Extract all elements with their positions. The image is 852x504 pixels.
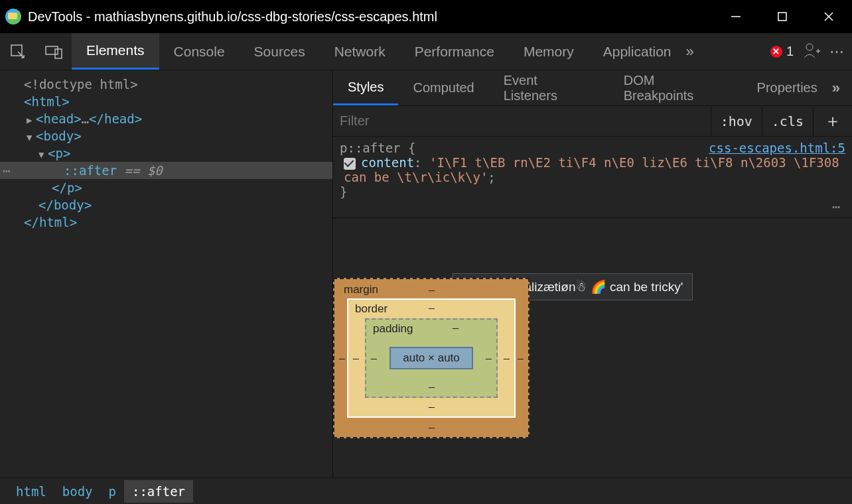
box-margin[interactable]: margin ‒ ‒ ‒ ‒ border ‒ ‒ ‒ ‒ padding ‒ [333,278,530,438]
tab-performance[interactable]: Performance [400,33,509,70]
breadcrumb: html body p ::after [0,477,852,504]
inspect-icon[interactable] [0,33,36,70]
tab-console[interactable]: Console [159,33,240,70]
css-property[interactable]: content [361,155,414,170]
svg-point-7 [806,44,813,50]
main-tabs: Elements Console Sources Network Perform… [72,33,694,70]
tab-sources[interactable]: Sources [240,33,320,70]
dom-p-close[interactable]: </p> [0,179,332,196]
styles-panel: Styles Computed Event Listeners DOM Brea… [333,70,852,477]
subtab-dom-breakpoints[interactable]: DOM Breakpoints [609,70,743,105]
tab-application[interactable]: Application [589,33,686,70]
crumb-after[interactable]: ::after [124,480,193,503]
close-button[interactable] [806,0,852,33]
minimize-button[interactable] [713,0,759,33]
window-controls [713,0,852,33]
dom-head[interactable]: ▶<head>…</head> [0,110,332,127]
dom-after-selected[interactable]: ⋯::after == $0 [0,162,332,179]
dom-html-close[interactable]: </html> [0,214,332,231]
more-subtabs-icon[interactable]: » [832,80,840,97]
device-toggle-icon[interactable] [36,33,72,70]
cls-toggle[interactable]: .cls [762,106,813,136]
app-icon [5,9,21,25]
svg-rect-6 [55,49,62,58]
more-tabs-icon[interactable]: » [685,43,693,60]
rule-close: } [340,184,347,199]
padding-label: padding [373,322,413,336]
property-checkbox[interactable] [344,158,356,170]
rule-source-link[interactable]: css-escapes.html:5 [709,141,845,155]
dom-tree[interactable]: <!doctype html> <html> ▶<head>…</head> ▼… [0,70,333,477]
dom-body-close[interactable]: </body> [0,196,332,214]
tab-network[interactable]: Network [320,33,400,70]
filter-row: :hov .cls ＋ [333,106,852,137]
error-count: 1 [786,44,794,59]
settings-menu-icon[interactable]: ⋯ [829,43,845,60]
subtab-computed[interactable]: Computed [398,70,488,105]
crumb-p[interactable]: p [101,480,124,503]
rule-selector: p::after { [340,141,415,155]
css-rule[interactable]: css-escapes.html:5 p::after { content: '… [333,137,852,218]
filter-input[interactable] [333,113,711,129]
dom-html-open[interactable]: <html> [0,93,332,110]
new-rule-button[interactable]: ＋ [813,106,852,136]
dom-p-open[interactable]: ▼<p> [0,145,332,162]
error-icon: ✕ [770,46,782,58]
margin-label: margin [344,283,378,296]
tab-elements[interactable]: Elements [72,33,159,70]
dom-doctype[interactable]: <!doctype html> [0,76,332,93]
tab-memory[interactable]: Memory [509,33,589,70]
svg-rect-1 [778,13,786,21]
box-model[interactable]: margin ‒ ‒ ‒ ‒ border ‒ ‒ ‒ ‒ padding ‒ [333,278,852,438]
dom-body-open[interactable]: ▼<body> [0,127,332,145]
box-content[interactable]: auto × auto [390,347,473,369]
window-title: DevTools - mathiasbynens.github.io/css-d… [28,9,437,25]
subtab-event-listeners[interactable]: Event Listeners [489,70,609,105]
svg-rect-5 [46,46,58,54]
rule-menu-icon[interactable]: ⋯ [340,199,845,215]
profile-icon[interactable] [803,42,820,62]
box-padding[interactable]: padding ‒ ‒ ‒ ‒ auto × auto [365,318,498,398]
subtab-styles[interactable]: Styles [333,70,398,105]
subtab-properties[interactable]: Properties [743,70,832,105]
sidebar-tabs: Styles Computed Event Listeners DOM Brea… [333,70,852,106]
box-border[interactable]: border ‒ ‒ ‒ ‒ padding ‒ ‒ ‒ ‒ auto × au… [347,298,516,418]
main-toolbar: Elements Console Sources Network Perform… [0,33,852,70]
crumb-body[interactable]: body [54,480,101,503]
border-label: border [355,302,388,316]
crumb-html[interactable]: html [8,480,54,503]
error-indicator[interactable]: ✕ 1 [770,44,794,59]
hov-toggle[interactable]: :hov [711,106,762,136]
title-bar: DevTools - mathiasbynens.github.io/css-d… [0,0,852,33]
maximize-button[interactable] [759,0,806,33]
